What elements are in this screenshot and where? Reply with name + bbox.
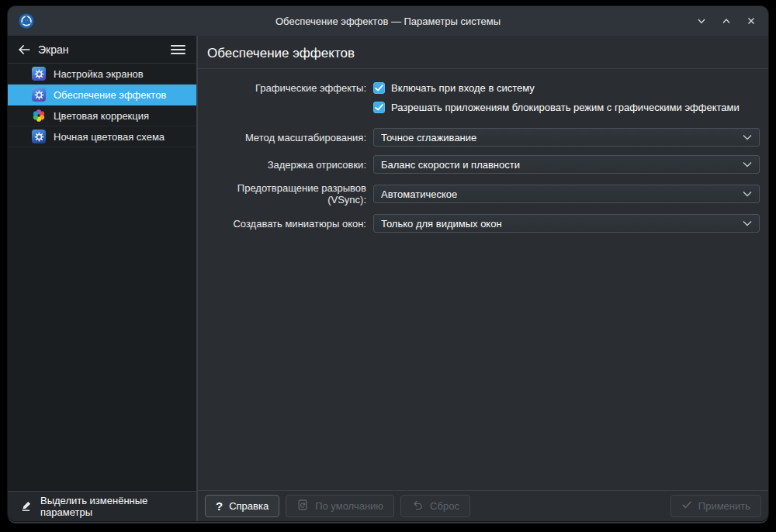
chevron-down-icon [743,220,752,226]
form-row-thumbnails: Создавать миниатюры окон: Только для вид… [207,214,760,233]
sidebar: Экран Настройка экранов Обеспечение эффе… [8,36,196,521]
reset-button-label: Сброс [430,500,459,512]
highlighter-icon [20,499,33,514]
scale-method-select[interactable]: Точное сглаживание [373,128,760,147]
titlebar: Обеспечение эффектов — Параметры системы [8,6,768,36]
checkbox-label: Разрешать приложениям блокировать режим … [391,102,740,113]
content-spacer [198,241,768,490]
highlight-changed-label: Выделить изменённые параметры [40,495,184,518]
sidebar-list: Настройка экранов Обеспечение эффектов [8,64,196,491]
defaults-button[interactable]: По умолчанию [286,495,394,517]
chevron-down-icon [743,161,752,168]
sidebar-item-label: Обеспечение эффектов [54,89,166,101]
minimize-button[interactable] [695,15,708,27]
content-pane: Обеспечение эффектов Графические эффекты… [198,36,768,521]
hamburger-menu-button[interactable] [169,42,187,57]
checkbox-checked-icon [373,102,385,113]
thumbnails-label: Создавать миниатюры окон: [207,218,373,230]
vsync-label: Предотвращение разрывов (VSync): [207,182,373,206]
help-button[interactable]: ? Справка [205,495,279,517]
form-row-effects-1: Графические эффекты: Включать при входе … [207,82,760,94]
close-button[interactable] [745,15,757,27]
back-button[interactable] [16,41,33,58]
highlight-changed-settings-button[interactable]: Выделить изменённые параметры [16,492,189,521]
color-wheel-icon [32,109,46,123]
reset-button[interactable]: Сброс [400,495,470,517]
sidebar-item-label: Цветовая коррекция [54,110,149,122]
chevron-down-icon [743,191,752,197]
form-row-vsync: Предотвращение разрывов (VSync): Автомат… [207,182,760,206]
breadcrumb: Экран [38,43,69,56]
apply-button-wrap: Применить [670,495,761,517]
thumbnails-select[interactable]: Только для видимых окон [373,214,760,233]
vsync-select[interactable]: Автоматическое [373,185,760,203]
chevron-down-icon [743,134,752,140]
window-controls [695,6,757,36]
checkbox-label: Включать при входе в систему [391,82,535,94]
sidebar-item-color-correction[interactable]: Цветовая коррекция [8,105,196,126]
apply-button[interactable]: Применить [670,495,761,517]
form-row-latency: Задержка отрисовки: Баланс скорости и пл… [207,155,760,174]
selected-value: Только для видимых окон [381,218,743,230]
maximize-button[interactable] [720,15,733,27]
selected-value: Точное сглаживание [381,132,743,143]
undo-icon [411,499,424,513]
check-icon [681,499,692,513]
sidebar-item-label: Настройка экранов [54,68,144,80]
sidebar-item-night-color[interactable]: Ночная цветовая схема [8,126,196,147]
sidebar-item-compositor[interactable]: Обеспечение эффектов [8,85,196,105]
form-row-scale-method: Метод масштабирования: Точное сглаживани… [207,128,760,147]
sidebar-header: Экран [8,36,196,64]
help-button-label: Справка [229,500,268,512]
form-row-effects-2: Разрешать приложениям блокировать режим … [207,102,760,113]
system-settings-window: Обеспечение эффектов — Параметры системы [8,6,768,521]
sidebar-item-display-configuration[interactable]: Настройка экранов [8,64,196,85]
selected-value: Баланс скорости и плавности [381,159,743,171]
document-revert-icon [296,499,309,513]
display-gear-icon [32,88,46,102]
window-title: Обеспечение эффектов — Параметры системы [275,16,501,27]
display-gear-icon [32,67,46,81]
window-body: Экран Настройка экранов Обеспечение эффе… [8,36,768,521]
systemsettings-icon [18,12,35,29]
sidebar-footer: Выделить изменённые параметры [8,491,196,521]
latency-label: Задержка отрисовки: [207,159,373,171]
defaults-button-label: По умолчанию [315,500,383,512]
checkbox-checked-icon [373,82,385,94]
night-color-gear-icon [32,130,46,143]
scale-method-label: Метод масштабирования: [207,132,373,143]
checkbox-enable-on-login[interactable]: Включать при входе в систему [373,82,535,94]
latency-select[interactable]: Баланс скорости и плавности [373,155,760,174]
checkbox-allow-apps-block[interactable]: Разрешать приложениям блокировать режим … [373,102,740,113]
apply-button-label: Применить [698,500,750,512]
sidebar-item-label: Ночная цветовая схема [54,131,165,143]
effects-group-label: Графические эффекты: [207,82,373,94]
footer-toolbar: ? Справка По умолчанию [198,490,768,521]
compositor-form: Графические эффекты: Включать при входе … [198,69,768,241]
question-mark-icon: ? [216,499,223,513]
page-title: Обеспечение эффектов [198,36,768,69]
selected-value: Автоматическое [381,188,743,200]
